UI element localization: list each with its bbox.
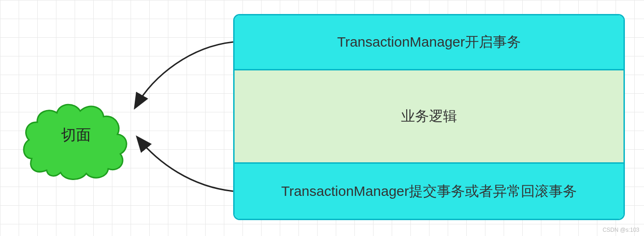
aspect-label: 切面 — [19, 89, 133, 182]
watermark: CSDN @s:103 — [602, 227, 639, 233]
step-business-logic: 业务逻辑 — [235, 70, 623, 164]
step-begin-transaction: TransactionManager开启事务 — [235, 15, 623, 70]
step-commit-rollback: TransactionManager提交事务或者异常回滚事务 — [235, 164, 623, 219]
transaction-steps: TransactionManager开启事务 业务逻辑 TransactionM… — [233, 14, 625, 220]
aspect-cloud: 切面 — [19, 89, 133, 182]
step-commit-label: TransactionManager提交事务或者异常回滚事务 — [281, 182, 577, 201]
step-business-label: 业务逻辑 — [401, 107, 457, 126]
step-begin-label: TransactionManager开启事务 — [337, 33, 521, 52]
